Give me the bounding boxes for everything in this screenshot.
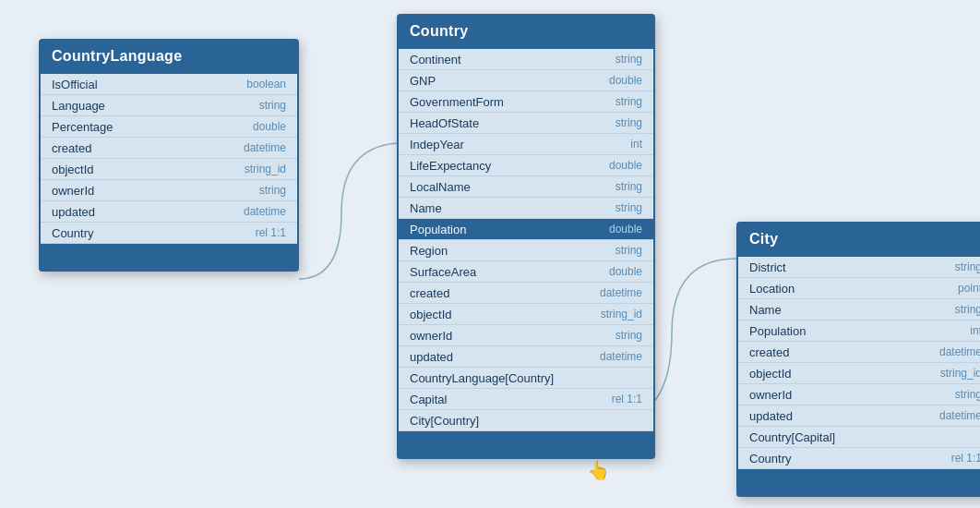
table-countrylanguage[interactable]: CountryLanguage IsOfficial boolean Langu… [39,39,299,272]
field-row[interactable]: ownerId string [399,325,653,346]
field-row[interactable]: updated datetime [41,201,297,223]
field-row[interactable]: updated datetime [399,346,653,368]
field-row[interactable]: District string [738,257,980,278]
field-row[interactable]: SurfaceArea double [399,261,653,283]
table-footer [41,244,297,270]
table-city-header: City [736,222,980,257]
table-footer [399,431,653,457]
table-countrylanguage-body: IsOfficial boolean Language string Perce… [39,74,299,272]
field-row[interactable]: Name string [399,198,653,219]
diagram-canvas: CountryLanguage IsOfficial boolean Langu… [0,0,980,508]
field-row[interactable]: created datetime [399,283,653,304]
table-country[interactable]: Country Continent string GNP double Gove… [397,14,655,459]
field-row-countrycapital[interactable]: Country[Capital] [738,427,980,448]
field-row[interactable]: LocalName string [399,176,653,198]
field-row[interactable]: GNP double [399,70,653,91]
field-row[interactable]: GovernmentForm string [399,91,653,113]
field-row[interactable]: HeadOfState string [399,113,653,134]
field-row[interactable]: objectId string_id [738,363,980,384]
table-city[interactable]: City District string Location point Name… [736,222,980,497]
field-row-citycountry[interactable]: City[Country] [399,410,653,431]
field-row[interactable]: ownerId string [738,384,980,405]
field-row[interactable]: Region string [399,240,653,261]
field-row-country-rel[interactable]: Country rel 1:1 [738,448,980,469]
field-row[interactable]: Name string [738,299,980,321]
field-row[interactable]: created datetime [41,138,297,159]
table-countrylanguage-header: CountryLanguage [39,39,299,74]
table-country-body: Continent string GNP double GovernmentFo… [397,49,655,459]
cursor-icon: 👆 [587,459,610,481]
field-row[interactable]: IndepYear int [399,134,653,155]
field-row[interactable]: updated datetime [738,405,980,427]
field-row-capital[interactable]: Capital rel 1:1 [399,389,653,410]
table-city-body: District string Location point Name stri… [736,257,980,497]
field-row-population[interactable]: Population double [399,219,653,240]
field-row[interactable]: ownerId string [41,180,297,201]
field-row[interactable]: Continent string [399,49,653,70]
field-row-countrylanguage[interactable]: CountryLanguage[Country] [399,368,653,389]
field-row-country-rel[interactable]: Country rel 1:1 [41,223,297,244]
field-row[interactable]: objectId string_id [41,159,297,180]
field-row[interactable]: Language string [41,95,297,116]
field-row[interactable]: Population int [738,321,980,342]
field-row[interactable]: IsOfficial boolean [41,74,297,95]
table-footer [738,469,980,495]
field-row[interactable]: Location point [738,278,980,299]
field-row[interactable]: Percentage double [41,116,297,138]
field-row[interactable]: LifeExpectancy double [399,155,653,176]
table-country-header: Country [397,14,655,49]
field-row[interactable]: objectId string_id [399,304,653,325]
field-row[interactable]: created datetime [738,342,980,363]
